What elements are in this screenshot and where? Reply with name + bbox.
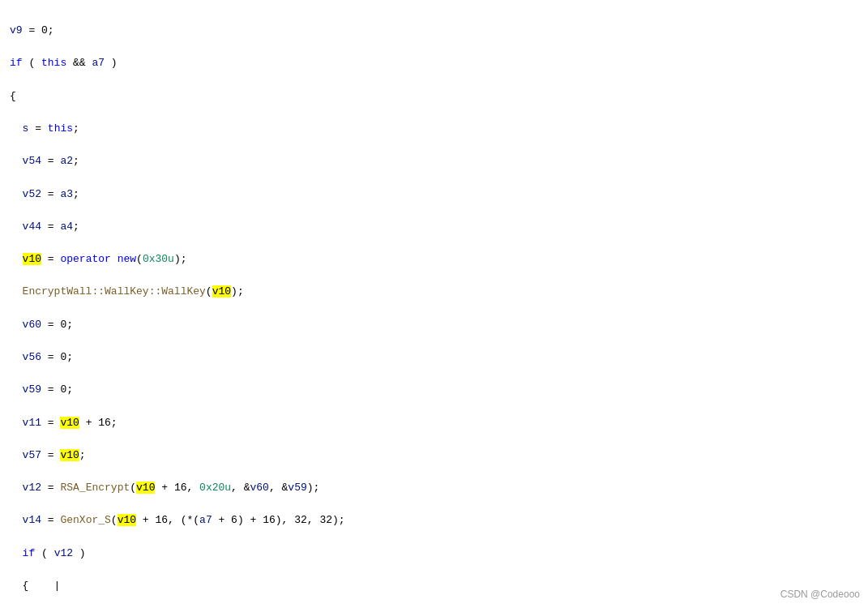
watermark: CSDN @Codeooo	[780, 589, 860, 600]
code-line: v57 = v10;	[10, 447, 858, 464]
code-container: v9 = 0; if ( this && a7 ) { s = this; v5…	[0, 0, 868, 608]
code-line: EncryptWall::WallKey::WallKey(v10);	[10, 284, 858, 300]
code-line: {	[10, 88, 858, 105]
code-line: v9 = 0;	[10, 23, 858, 39]
code-line: v59 = 0;	[10, 382, 858, 398]
code-line: if ( v12 )	[10, 546, 858, 562]
code-line: v10 = operator new(0x30u);	[10, 251, 858, 268]
code-line: v11 = v10 + 16;	[10, 415, 858, 431]
code-line: v44 = a4;	[10, 219, 858, 235]
code-line: {​ ​|	[10, 578, 858, 594]
code-line: v14 = GenXor_S(v10 + 16, (*(a7 + 6) + 16…	[10, 512, 858, 529]
code-line: s = this;	[10, 121, 858, 137]
code-line: v56 = 0;	[10, 349, 858, 366]
code-line: if ( this && a7 )	[10, 55, 858, 71]
code-line: v52 = a3;	[10, 186, 858, 203]
code-line: v12 = RSA_Encrypt(v10 + 16, 0x20u, &v60,…	[10, 480, 858, 496]
code-line: v60 = 0;	[10, 317, 858, 333]
code-line: v54 = a2;	[10, 153, 858, 169]
